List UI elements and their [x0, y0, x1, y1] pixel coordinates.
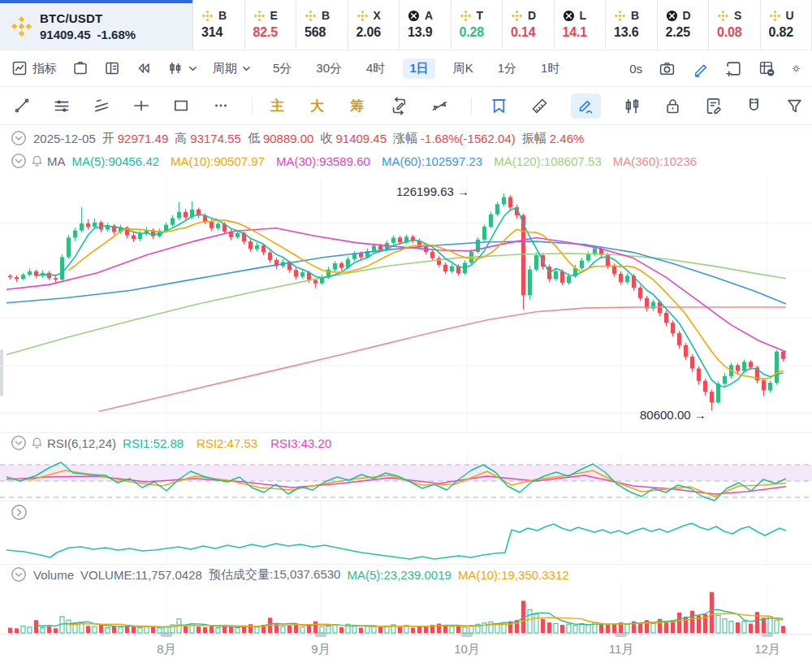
- price-annotation: 80600.00 →: [640, 408, 706, 422]
- replay-speed-button[interactable]: 0s: [629, 62, 642, 76]
- ticker-item[interactable]: U0.82: [760, 0, 812, 50]
- cn-tool-筹[interactable]: 筹: [350, 97, 364, 115]
- candle-body: [489, 215, 493, 227]
- candle-body: [768, 383, 772, 390]
- candle-body: [28, 271, 32, 275]
- rsi-title: RSI(6,12,24): [47, 436, 116, 450]
- time-axis[interactable]: 8月9月10月11月12月: [0, 634, 812, 659]
- ellipsis-icon: [212, 97, 230, 115]
- ruler-icon: [530, 97, 549, 115]
- timeframe-周K[interactable]: 周K: [447, 59, 480, 79]
- volume-bar: [216, 628, 220, 633]
- ticker-symbol-row: D: [666, 7, 709, 24]
- chart-style-dropdown[interactable]: [167, 60, 197, 76]
- collapsed-indicator-panel[interactable]: [0, 501, 812, 564]
- ticker-item[interactable]: L14.1: [554, 0, 606, 50]
- magnet-icon: [745, 97, 763, 115]
- volume-bar: [229, 627, 233, 633]
- alert-bell-icon[interactable]: [30, 436, 44, 450]
- freehand-draw-tool-active[interactable]: [571, 93, 601, 119]
- cycle-edit-tool[interactable]: [390, 97, 408, 115]
- volume-panel[interactable]: [0, 583, 812, 634]
- cn-tool-大[interactable]: 大: [310, 97, 324, 115]
- ticker-symbol-row: T: [460, 7, 503, 24]
- replay-rewind-button[interactable]: [136, 60, 152, 76]
- grid-settings-icon[interactable]: [758, 60, 775, 77]
- fib-retracement-icon: [53, 97, 71, 115]
- volume-bar: [684, 617, 688, 633]
- main-price-chart[interactable]: 126199.63 →80600.00 →: [0, 177, 812, 432]
- ticker-item[interactable]: S0.08: [708, 0, 760, 50]
- volume-bar: [411, 628, 415, 633]
- volume-estimate: 预估成交量:15,037.6530: [209, 567, 341, 583]
- period-dropdown[interactable]: 周期: [213, 61, 251, 76]
- ticker-item[interactable]: B314: [192, 0, 244, 50]
- timeframe-4时[interactable]: 4时: [360, 59, 391, 79]
- collapse-chevron-icon[interactable]: [11, 435, 27, 451]
- volume-bar: [528, 609, 532, 633]
- measure-tool[interactable]: [530, 97, 549, 115]
- axis-month-label: 11月: [609, 642, 634, 657]
- timeframe-5分[interactable]: 5分: [266, 59, 298, 79]
- trendline-tool[interactable]: [13, 97, 31, 115]
- trendline-icon: [13, 97, 31, 115]
- compare-tool[interactable]: [430, 97, 449, 115]
- axis-month-label: 12月: [754, 642, 780, 657]
- magnet-tool[interactable]: [745, 97, 763, 115]
- filter-tool[interactable]: [785, 97, 804, 115]
- fib-tool[interactable]: [53, 97, 71, 115]
- layout-button[interactable]: [104, 60, 120, 76]
- board-button[interactable]: [72, 60, 89, 76]
- add-frame-icon[interactable]: [725, 60, 742, 77]
- ticker-item[interactable]: A13.9: [399, 0, 451, 50]
- rectangle-tool[interactable]: [172, 97, 190, 115]
- timeframe-1时[interactable]: 1时: [534, 59, 566, 79]
- cross-tool[interactable]: [132, 97, 150, 115]
- chart-area[interactable]: 2025-12-05 开92971.49 高93174.55 低90889.00…: [0, 125, 812, 659]
- ticker-price: 14.1: [563, 25, 606, 40]
- notes-tool[interactable]: [704, 97, 723, 115]
- ticker-item[interactable]: B13.6: [605, 0, 657, 50]
- volume-bar: [534, 614, 538, 633]
- ticker-item[interactable]: X2.06: [348, 0, 400, 50]
- volume-bar: [352, 626, 356, 633]
- alert-bell-icon[interactable]: [30, 154, 44, 168]
- candle-body: [508, 197, 512, 207]
- parallel-channel-tool[interactable]: [93, 97, 110, 115]
- cn-tool-主[interactable]: 主: [270, 97, 284, 115]
- candle-body: [437, 258, 441, 265]
- candle-body: [132, 236, 136, 240]
- ticker-header: BTC/USDT 91409.45-1.68% B314E82.5B568X2.…: [0, 0, 812, 50]
- collapse-chevron-icon[interactable]: [11, 130, 27, 146]
- lock-tool[interactable]: [663, 97, 682, 115]
- rsi-panel[interactable]: [0, 452, 812, 502]
- pair-tab[interactable]: BTC/USDT 91409.45-1.68%: [0, 0, 192, 50]
- candle-body: [216, 223, 220, 228]
- candle-body: [209, 222, 214, 228]
- ticker-symbol-row: S: [717, 7, 760, 24]
- ticker-item[interactable]: D0.14: [502, 0, 554, 50]
- more-tools-button[interactable]: [212, 97, 230, 115]
- chevron-down-icon: [188, 64, 197, 73]
- ticker-item[interactable]: B568: [296, 0, 348, 50]
- volume-bar: [606, 625, 610, 633]
- camera-icon[interactable]: [659, 60, 676, 77]
- candle-body: [671, 323, 675, 333]
- gear-button[interactable]: [792, 60, 801, 77]
- divider: [252, 98, 253, 114]
- indicator-button[interactable]: 指标: [11, 60, 57, 76]
- ticker-item[interactable]: D2.25: [657, 0, 709, 50]
- timeframe-1日[interactable]: 1日: [403, 59, 434, 79]
- panel-divider[interactable]: [0, 564, 812, 565]
- panel-divider[interactable]: [0, 432, 812, 433]
- ticker-item[interactable]: E82.5: [244, 0, 296, 50]
- collapse-chevron-icon[interactable]: [11, 153, 27, 169]
- bookmark-tool[interactable]: [490, 97, 508, 115]
- draw-pencil-icon[interactable]: [692, 60, 709, 77]
- ticker-item[interactable]: T0.28: [451, 0, 503, 50]
- candle-marks-tool[interactable]: [623, 97, 641, 115]
- collapse-chevron-icon[interactable]: [11, 566, 27, 583]
- timeframe-30分[interactable]: 30分: [309, 59, 348, 79]
- timeframe-1分[interactable]: 1分: [491, 59, 523, 79]
- ticker-symbol: E: [270, 9, 278, 22]
